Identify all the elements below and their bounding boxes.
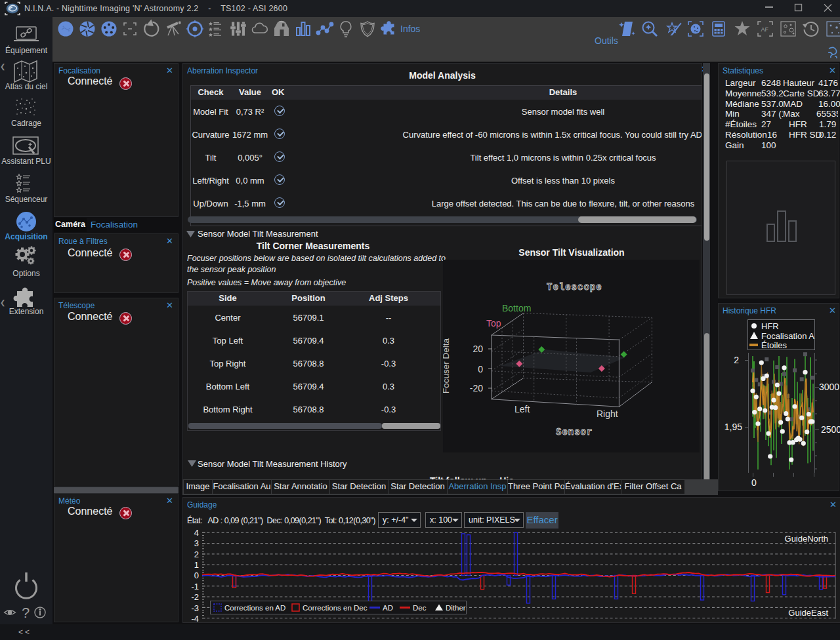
svg-text:Focuser Delta: Focuser Delta (443, 338, 451, 393)
svg-text:Bottom: Bottom (502, 303, 531, 313)
svg-text:-1: -1 (191, 582, 199, 591)
svg-text:1: 1 (194, 560, 199, 570)
svg-text:Outils: Outils (595, 35, 618, 46)
svg-text:AF: AF (761, 26, 769, 33)
svg-text:Focalisation Au: Focalisation Au (761, 331, 815, 341)
svg-text:0: 0 (194, 570, 199, 580)
svg-text:2500: 2500 (821, 424, 840, 435)
svg-text:Telescope: Telescope (547, 282, 602, 292)
svg-text:Infos: Infos (400, 24, 420, 34)
svg-text:GuideNorth: GuideNorth (785, 534, 828, 544)
svg-text:0: 0 (751, 477, 757, 488)
svg-text:HFR: HFR (761, 321, 779, 331)
svg-text:1,95: 1,95 (724, 422, 742, 432)
svg-text:?: ? (22, 605, 30, 621)
svg-text:4: 4 (194, 529, 199, 538)
svg-text:2: 2 (734, 355, 739, 365)
svg-text:Left: Left (514, 404, 530, 414)
svg-text:Étoiles: Étoiles (761, 340, 788, 350)
svg-text:Dec: Dec (413, 604, 427, 612)
svg-text:AD: AD (383, 604, 393, 612)
svg-text:Corrections en Dec: Corrections en Dec (303, 604, 368, 612)
svg-text:Sensor: Sensor (556, 427, 593, 437)
svg-text:Right: Right (597, 409, 618, 419)
svg-text:GuideEast: GuideEast (788, 608, 828, 618)
svg-text:Dither: Dither (446, 604, 466, 612)
svg-text:3000: 3000 (819, 382, 839, 392)
svg-text:-3: -3 (191, 603, 199, 613)
svg-text:Top: Top (486, 318, 501, 329)
svg-text:-4: -4 (191, 614, 199, 624)
svg-text:0: 0 (478, 364, 483, 374)
svg-text:-20: -20 (470, 383, 483, 393)
svg-text:20: 20 (472, 344, 483, 354)
svg-text:2: 2 (194, 550, 199, 559)
svg-text:Corrections en AD: Corrections en AD (224, 604, 285, 612)
svg-text:-2: -2 (191, 592, 199, 602)
svg-text:3: 3 (194, 538, 199, 548)
